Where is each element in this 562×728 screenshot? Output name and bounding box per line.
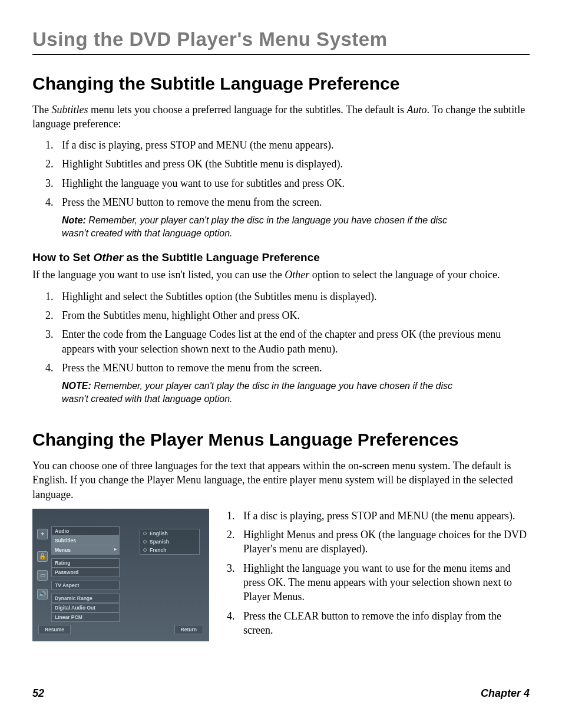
section-heading: Changing the Subtitle Language Preferenc… — [32, 74, 530, 94]
steps-list: If a disc is playing, press STOP and MEN… — [32, 138, 530, 209]
chapter-title: Using the DVD Player's Menu System — [32, 28, 530, 51]
resume-button: Resume — [38, 625, 71, 634]
menu-item: Digital Audio Out — [51, 603, 120, 612]
section-heading: Changing the Player Menus Language Prefe… — [32, 430, 530, 450]
step: Highlight Menus and press OK (the langua… — [227, 528, 530, 556]
menu-item: Subtitles — [51, 536, 120, 545]
steps-list: Highlight and select the Subtitles optio… — [32, 289, 530, 375]
step: Enter the code from the Language Codes l… — [45, 327, 530, 356]
page-number: 52 — [32, 687, 44, 700]
step: Highlight and select the Subtitles optio… — [45, 289, 530, 304]
menu-item: Dynamic Range — [51, 594, 120, 603]
intro-paragraph: You can choose one of three languages fo… — [32, 459, 530, 502]
step: Highlight Subtitles and press OK (the Su… — [45, 157, 530, 171]
step: Press the MENU button to remove the menu… — [45, 361, 530, 375]
menu-item: Password — [51, 568, 120, 577]
speaker-icon: 🔊 — [37, 589, 48, 599]
menu-item: Audio — [51, 526, 120, 536]
tv-icon: ▭ — [37, 570, 48, 581]
screenshot-options-panel: English Spanish French — [140, 529, 200, 555]
option-item: English — [140, 529, 199, 538]
step: Highlight the language you want to use f… — [45, 176, 530, 190]
document-page: Using the DVD Player's Menu System Chang… — [0, 0, 562, 728]
option-item: Spanish — [140, 538, 199, 546]
step: If a disc is playing, press STOP and MEN… — [45, 138, 530, 152]
chapter-label: Chapter 4 — [481, 687, 530, 700]
title-rule — [32, 54, 530, 55]
note: Note: Remember, your player can't play t… — [62, 214, 474, 239]
subsection-heading: How to Set Other as the Subtitle Languag… — [32, 251, 530, 264]
globe-icon: ✦ — [37, 529, 48, 539]
lock-icon: 🔒 — [37, 551, 48, 562]
step: If a disc is playing, press STOP and MEN… — [227, 509, 530, 523]
menu-screenshot: ✦ 🔒 ▭ 🔊 Audio Subtitles Menus Rating Pas… — [32, 509, 209, 641]
intro-paragraph: If the language you want to use isn't li… — [32, 268, 530, 282]
screenshot-left-panel: ✦ 🔒 ▭ 🔊 Audio Subtitles Menus Rating Pas… — [38, 526, 120, 625]
steps-list: If a disc is playing, press STOP and MEN… — [227, 509, 530, 642]
step: Press the MENU button to remove the menu… — [45, 195, 530, 209]
step: Press the CLEAR button to remove the inf… — [227, 609, 530, 638]
step: From the Subtitles menu, highlight Other… — [45, 308, 530, 322]
menu-item: Linear PCM — [51, 612, 120, 622]
menu-item: TV Aspect — [51, 581, 120, 590]
two-column-block: ✦ 🔒 ▭ 🔊 Audio Subtitles Menus Rating Pas… — [32, 509, 530, 645]
note: NOTE: Remember, your player can't play t… — [62, 380, 474, 405]
option-item: French — [140, 546, 199, 554]
menu-item: Rating — [51, 558, 120, 568]
step: Highlight the language you want to use f… — [227, 561, 530, 604]
return-button: Return — [174, 625, 203, 634]
menu-item-selected: Menus — [51, 545, 120, 555]
page-footer: 52 Chapter 4 — [32, 687, 530, 700]
intro-paragraph: The Subtitles menu lets you choose a pre… — [32, 103, 530, 131]
